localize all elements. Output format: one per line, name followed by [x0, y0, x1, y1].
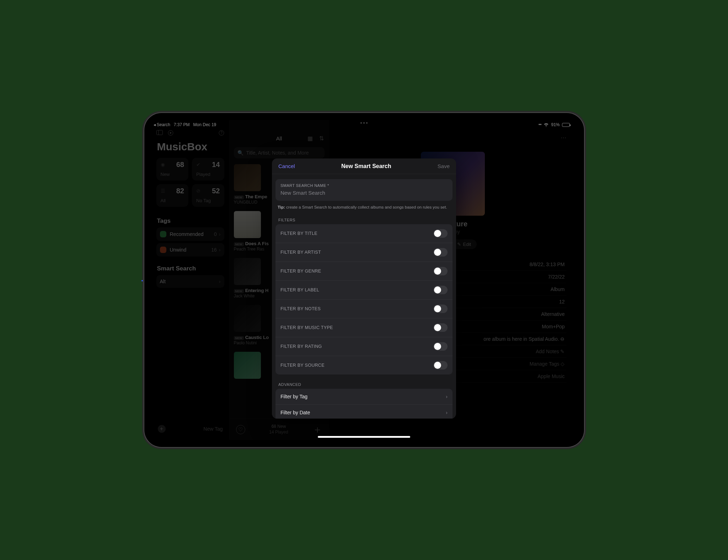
filter-row-title: FILTER BY TITLE: [275, 224, 453, 243]
advanced-section-header: ADVANCED: [278, 382, 450, 387]
filter-row-source: FILTER BY SOURCE: [275, 356, 453, 375]
ipad-frame: ◂ Search 7:37 PM Mon Dec 19 •• 91%: [144, 113, 584, 447]
filter-row-notes: FILTER BY NOTES: [275, 299, 453, 318]
advanced-row-date[interactable]: Filter by Date ›: [275, 404, 453, 419]
filter-toggle[interactable]: [433, 229, 448, 238]
filter-label: FILTER BY ARTIST: [280, 250, 321, 255]
filter-toggle[interactable]: [433, 248, 448, 257]
filters-list: FILTER BY TITLE FILTER BY ARTIST FILTER …: [275, 224, 453, 375]
filter-row-rating: FILTER BY RATING: [275, 337, 453, 356]
filter-label: FILTER BY SOURCE: [280, 363, 325, 368]
filter-toggle[interactable]: [433, 323, 448, 332]
modal-title: New Smart Search: [341, 163, 391, 169]
filter-label: FILTER BY RATING: [280, 344, 322, 349]
filter-row-music-type: FILTER BY MUSIC TYPE: [275, 318, 453, 337]
filter-label: FILTER BY MUSIC TYPE: [280, 325, 333, 330]
filter-label: FILTER BY TITLE: [280, 231, 317, 236]
modal-body[interactable]: SMART SEARCH NAME * New Smart Search Tip…: [272, 174, 456, 419]
tip-text: Tip: create a Smart Search to automatica…: [278, 204, 450, 210]
name-field-placeholder[interactable]: New Smart Search: [280, 190, 448, 196]
smart-search-name-field[interactable]: SMART SEARCH NAME * New Smart Search: [275, 179, 453, 201]
advanced-label: Filter by Tag: [280, 394, 307, 399]
filter-row-artist: FILTER BY ARTIST: [275, 243, 453, 262]
name-field-label: SMART SEARCH NAME *: [280, 183, 448, 188]
new-smart-search-modal: Cancel New Smart Search Save SMART SEARC…: [272, 158, 456, 419]
filter-toggle[interactable]: [433, 305, 448, 313]
filter-toggle[interactable]: [433, 286, 448, 294]
filter-toggle[interactable]: [433, 361, 448, 370]
modal-header: Cancel New Smart Search Save: [272, 158, 456, 174]
advanced-list: Filter by Tag › Filter by Date › Filter …: [275, 389, 453, 419]
filters-section-header: FILTERS: [278, 218, 450, 222]
chevron-right-icon: ›: [446, 394, 448, 399]
filter-label: FILTER BY NOTES: [280, 306, 321, 311]
home-indicator[interactable]: [318, 436, 410, 438]
filter-label: FILTER BY LABEL: [280, 287, 319, 292]
filter-row-genre: FILTER BY GENRE: [275, 262, 453, 280]
filter-toggle[interactable]: [433, 267, 448, 275]
chevron-right-icon: ›: [446, 410, 448, 415]
save-button[interactable]: Save: [438, 163, 450, 169]
filter-row-label: FILTER BY LABEL: [275, 280, 453, 299]
cancel-button[interactable]: Cancel: [278, 163, 295, 169]
filter-toggle[interactable]: [433, 342, 448, 351]
filter-label: FILTER BY GENRE: [280, 269, 321, 274]
screen: ◂ Search 7:37 PM Mon Dec 19 •• 91%: [151, 120, 577, 440]
advanced-label: Filter by Date: [280, 410, 310, 415]
advanced-row-tag[interactable]: Filter by Tag ›: [275, 389, 453, 404]
